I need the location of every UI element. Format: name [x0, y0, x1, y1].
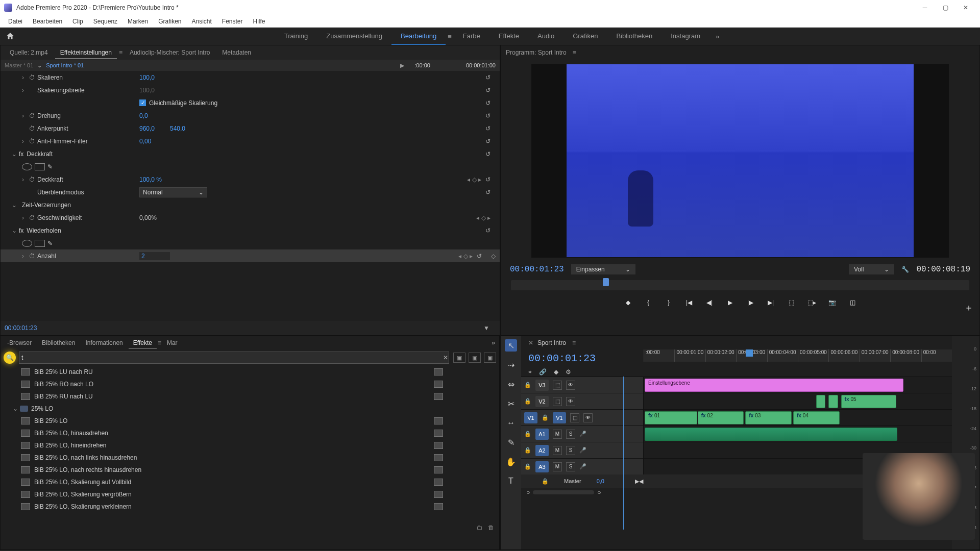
close-button[interactable]: ✕ — [955, 1, 976, 15]
preset-item[interactable]: BiB 25% LO, Skalierung auf Vollbild — [1, 476, 499, 488]
ws-farbe[interactable]: Farbe — [454, 28, 489, 45]
solo-button[interactable]: S — [566, 462, 575, 471]
mark-in-icon[interactable]: { — [643, 299, 654, 306]
tab-media-browser[interactable]: -Browser — [3, 338, 36, 348]
voiceover-icon[interactable]: 🎤 — [579, 431, 586, 437]
val-skalieren[interactable]: 100,0 — [139, 74, 170, 81]
menu-bearbeiten[interactable]: Bearbeiten — [28, 16, 67, 27]
fx-badge[interactable]: fx — [19, 227, 23, 234]
eye-icon[interactable]: 👁 — [566, 397, 575, 406]
target-v2[interactable]: V2 — [535, 396, 549, 407]
tab-overflow-icon[interactable]: » — [492, 339, 499, 346]
extract-icon[interactable]: ⬚▸ — [806, 299, 817, 306]
program-tc-left[interactable]: 00:00:01:23 — [510, 265, 564, 274]
preset-item[interactable]: BiB 25% LO — [1, 415, 499, 427]
sequence-tab[interactable]: Sport Intro — [537, 339, 566, 346]
val-opacity[interactable]: 100,0 % — [139, 176, 170, 183]
preset-item[interactable]: BiB 25% RO nach LO — [1, 378, 499, 390]
preset-item[interactable]: BiB 25% RU nach LU — [1, 390, 499, 403]
target-v1[interactable]: V1 — [553, 412, 566, 423]
reset-icon[interactable]: ↺ — [485, 151, 491, 158]
preset-item[interactable]: BiB 25% LO, hineindrehen — [1, 439, 499, 452]
reset-icon[interactable]: ↺ — [485, 176, 491, 183]
maximize-button[interactable]: ▢ — [935, 1, 955, 15]
val-aff[interactable]: 0,00 — [139, 138, 170, 145]
menu-fenster[interactable]: Fenster — [217, 16, 248, 27]
slip-tool[interactable]: ↔ — [505, 417, 517, 429]
reset-icon[interactable]: ↺ — [485, 87, 491, 94]
linked-sel-icon[interactable]: 🔗 — [539, 368, 547, 375]
tab-effekte[interactable]: Effekte — [129, 338, 157, 348]
add-button-icon[interactable]: ＋ — [964, 302, 973, 314]
panel-menu-icon[interactable]: ≡ — [572, 339, 576, 346]
ec-master[interactable]: Master * 01 — [5, 62, 33, 68]
ws-bearbeitung[interactable]: Bearbeitung — [391, 28, 446, 45]
ws-effekte[interactable]: Effekte — [489, 28, 528, 45]
selection-tool[interactable]: ↖ — [505, 339, 517, 352]
solo-button[interactable]: S — [566, 430, 575, 439]
pen-icon[interactable]: ✎ — [47, 240, 53, 247]
settings-icon[interactable]: ⚙ — [566, 368, 571, 375]
eye-icon[interactable]: 👁 — [583, 413, 593, 422]
play-icon[interactable]: ▶ — [724, 299, 736, 306]
target-a1[interactable]: A1 — [535, 429, 549, 440]
menu-hilfe[interactable]: Hilfe — [248, 16, 271, 27]
twirl-icon[interactable]: › — [22, 74, 29, 81]
fx-badge[interactable]: fx — [19, 151, 23, 158]
scrub-playhead[interactable] — [603, 278, 609, 286]
tab-metadata[interactable]: Metadaten — [217, 47, 256, 58]
target-a3[interactable]: A3 — [535, 461, 549, 472]
pen-tool[interactable]: ✎ — [505, 436, 517, 448]
clip-adj-layer[interactable]: Einstellungsebene — [645, 379, 903, 392]
effects-search-input[interactable] — [19, 352, 449, 364]
time-ruler[interactable]: :00:00 00:00:01:00 00:00:02:00 00:00:03:… — [644, 349, 952, 362]
export-frame-icon[interactable]: 📷 — [826, 299, 838, 306]
lock-icon[interactable]: 🔒 — [524, 431, 531, 437]
menu-sequenz[interactable]: Sequenz — [88, 16, 122, 27]
minimize-button[interactable]: ─ — [915, 1, 935, 15]
go-in-icon[interactable]: |◀ — [683, 299, 695, 306]
lock-icon[interactable]: 🔒 — [524, 447, 531, 454]
keyframe-add-icon[interactable]: ◇ — [491, 253, 496, 260]
timeline-playhead[interactable] — [623, 377, 624, 530]
fx-filter-32bit[interactable]: ▣ — [469, 353, 481, 363]
reset-icon[interactable]: ↺ — [485, 74, 491, 81]
val-anker-y[interactable]: 540,0 — [170, 125, 201, 132]
lock-icon[interactable]: 🔒 — [524, 463, 531, 470]
ws-grafiken[interactable]: Grafiken — [564, 28, 607, 45]
program-scrub-bar[interactable] — [511, 280, 969, 290]
filter-icon[interactable]: ▼ — [483, 324, 489, 332]
eye-icon[interactable]: 👁 — [566, 381, 575, 390]
program-title[interactable]: Programm: Sport Intro — [506, 49, 567, 56]
reset-icon[interactable]: ↺ — [485, 125, 491, 132]
tab-source[interactable]: Quelle: 2.mp4 — [5, 47, 53, 58]
tab-effect-controls[interactable]: Effekteinstellungen — [55, 47, 117, 59]
reset-icon[interactable]: ↺ — [477, 253, 482, 260]
playhead-icon[interactable] — [746, 349, 753, 357]
tab-menu-icon[interactable]: ≡ — [119, 49, 122, 56]
fx-filter-accel[interactable]: ▣ — [453, 353, 465, 363]
new-bin-icon[interactable]: 🗀 — [477, 524, 483, 535]
zoom-in-icon[interactable]: ○ — [597, 489, 601, 496]
clip-01[interactable]: fx01 — [645, 411, 697, 424]
go-out-icon[interactable]: ▶| — [765, 299, 776, 306]
track-select-tool[interactable]: ⇢ — [505, 359, 517, 371]
program-viewport[interactable] — [531, 64, 949, 258]
keyframe-nav[interactable]: ◂ ◇ ▸ — [476, 214, 491, 221]
menu-datei[interactable]: Datei — [3, 16, 28, 27]
target-v3[interactable]: V3 — [535, 380, 549, 391]
ws-menu-icon[interactable]: ≡ — [446, 33, 454, 40]
fit-dropdown[interactable]: Einpassen⌄ — [571, 264, 635, 274]
mask-rect-button[interactable] — [35, 240, 45, 247]
ws-audio[interactable]: Audio — [528, 28, 564, 45]
checkbox-uniform-scale[interactable]: ✓ — [139, 99, 146, 106]
mark-out-icon[interactable]: } — [663, 299, 674, 306]
clip-04[interactable]: fx04 — [793, 411, 840, 424]
step-fwd-icon[interactable]: |▶ — [745, 299, 756, 306]
preset-item[interactable]: BiB 25% LO, nach rechts hinausdrehen — [1, 464, 499, 476]
home-button[interactable] — [0, 32, 20, 41]
source-v1[interactable]: V1 — [524, 412, 537, 423]
ws-bibliotheken[interactable]: Bibliotheken — [607, 28, 662, 45]
reset-icon[interactable]: ↺ — [485, 227, 491, 234]
keyframe-nav[interactable]: ◂ ◇ ▸ — [458, 253, 473, 260]
